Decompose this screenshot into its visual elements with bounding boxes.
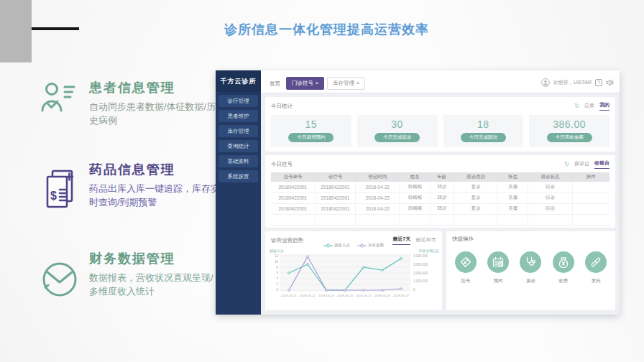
feature-title: 患者信息管理 bbox=[89, 79, 217, 96]
quick-label: 接诊 bbox=[520, 278, 541, 284]
feature-title: 药品信息管理 bbox=[89, 161, 220, 178]
cell: 20180422001 bbox=[315, 182, 356, 192]
feature-drug-info: 药品信息管理 药品出库入库一键追踪，库存实时查询/到期预警 bbox=[89, 161, 220, 210]
left-tick: 6 bbox=[276, 271, 278, 274]
cell bbox=[572, 182, 610, 192]
sidebar-item-patient-care[interactable]: 患者维护 bbox=[218, 110, 258, 122]
tab-outpatient-registration[interactable]: 门诊挂号× bbox=[286, 77, 324, 90]
feature-description: 数据报表，营收状况直观呈现/多维度收入统计 bbox=[89, 272, 217, 299]
table-row-empty bbox=[271, 214, 610, 225]
quick-register-button[interactable]: 挂号 bbox=[455, 251, 477, 284]
sidebar-item-system-settings[interactable]: 系统设置 bbox=[218, 170, 258, 182]
cell: 复诊 bbox=[454, 192, 497, 203]
left-tick: 12 bbox=[275, 254, 278, 258]
stat-new-appointments: 15 今日新增预约 bbox=[271, 115, 351, 147]
stats-toggle-total[interactable]: 总量 bbox=[584, 102, 594, 111]
slide-title: 诊所信息一体化管理提高运营效率 bbox=[224, 21, 429, 38]
stat-value: 18 bbox=[443, 119, 524, 130]
stat-received-amount: 386.00 今日实收金额 bbox=[529, 115, 610, 147]
column-header: 操作 bbox=[572, 172, 610, 182]
quick-label: 挂号 bbox=[455, 278, 477, 284]
cell: 35岁 bbox=[430, 182, 454, 192]
cell: 韩梅梅 bbox=[400, 182, 430, 192]
stat-label-pill[interactable]: 今日新增预约 bbox=[288, 133, 334, 142]
column-header: 登记时间 bbox=[356, 172, 400, 182]
close-icon[interactable]: × bbox=[356, 80, 359, 85]
presentation-slide: 诊所信息一体化管理提高运营效率 患者信息管理 自动同步患者数据/体征数据/历史病… bbox=[0, 0, 644, 362]
x-tick: 2018-06-21 bbox=[281, 294, 297, 297]
stat-completed-followups: 18 今日完成随访 bbox=[443, 115, 524, 147]
stethoscope-icon bbox=[520, 251, 541, 273]
column-header: 医生 bbox=[498, 172, 528, 182]
refresh-icon[interactable]: ↻ bbox=[574, 103, 579, 109]
user-check-icon bbox=[40, 80, 76, 116]
stat-label-pill[interactable]: 今日完成随访 bbox=[461, 133, 506, 142]
cell: 20180422001 bbox=[271, 203, 315, 214]
x-tick: 2018-06-24 bbox=[337, 294, 353, 297]
sidebar-item-inventory-mgmt[interactable]: 库存管理 bbox=[218, 125, 258, 137]
quick-label: 发药 bbox=[585, 278, 607, 284]
table-row[interactable]: 20180422001 20180422001 2018-04-22 韩梅梅 3… bbox=[271, 182, 610, 192]
cell: 待诊 bbox=[528, 192, 572, 203]
stats-toggle-mine[interactable]: 我的 bbox=[599, 101, 610, 111]
column-header: 姓名 bbox=[400, 172, 430, 182]
tab-home[interactable]: 首页 bbox=[267, 78, 283, 90]
cell: 美馨 bbox=[498, 192, 528, 203]
close-icon[interactable]: × bbox=[316, 80, 318, 85]
help-icon[interactable]: ? bbox=[595, 79, 602, 86]
cell: 韩梅梅 bbox=[400, 192, 430, 203]
cell bbox=[572, 192, 610, 203]
left-tick: 4 bbox=[276, 277, 278, 280]
tab-bar: 首页 门诊挂号× 库存管理× bbox=[261, 77, 365, 93]
legend-item: 就诊人次 bbox=[323, 243, 350, 248]
registrations-table: 挂号单号 诊疗号 登记时间 姓名 年龄 就诊类别 医生 就诊状态 操作 2018… bbox=[271, 172, 610, 226]
money-bag-icon bbox=[553, 251, 574, 273]
trend-line-chart bbox=[280, 254, 410, 292]
stat-label-pill[interactable]: 今日实收金额 bbox=[547, 133, 592, 142]
registrations-card-title: 今日挂号 bbox=[271, 161, 293, 168]
sidebar-item-query-stats[interactable]: 查询统计 bbox=[218, 140, 258, 152]
reg-toggle-cashier-desk[interactable]: 收银台 bbox=[594, 159, 610, 169]
svg-text:$: $ bbox=[50, 190, 57, 202]
speaker-icon[interactable] bbox=[606, 79, 614, 86]
quick-consult-button[interactable]: 接诊 bbox=[520, 251, 541, 284]
cell: 35岁 bbox=[430, 203, 454, 214]
quick-appointment-button[interactable]: 预约 bbox=[487, 251, 509, 284]
feature-description: 自动同步患者数据/体征数据/历史病例 bbox=[89, 101, 217, 128]
sidebar-item-basic-data[interactable]: 基础资料 bbox=[218, 155, 258, 167]
refresh-icon[interactable]: ↻ bbox=[564, 161, 569, 167]
right-tick: 0 bbox=[413, 288, 415, 292]
stats-card-title: 今日统计 bbox=[271, 103, 293, 110]
legend-item: 实收金额 bbox=[357, 243, 384, 248]
tag-icon bbox=[455, 251, 477, 273]
column-header: 诊疗号 bbox=[315, 172, 356, 182]
sidebar-item-clinic-mgmt[interactable]: 诊疗管理 bbox=[218, 95, 258, 107]
cell: 2018-04-22 bbox=[356, 182, 400, 192]
quick-label: 收费 bbox=[553, 278, 574, 284]
column-header: 就诊类别 bbox=[454, 172, 497, 182]
left-tick: 0 bbox=[276, 288, 278, 292]
x-tick: 2018-06-27 bbox=[393, 294, 409, 297]
avatar-icon[interactable] bbox=[541, 78, 550, 87]
quick-dispense-button[interactable]: 发药 bbox=[585, 251, 607, 284]
stat-value: 386.00 bbox=[529, 119, 610, 130]
table-row[interactable]: 20180422001 20180422001 2018-04-22 韩梅梅 3… bbox=[271, 192, 610, 203]
quick-card-title: 快捷操作 bbox=[452, 236, 474, 243]
stat-label-pill[interactable]: 今日完成就诊 bbox=[374, 133, 420, 142]
tab-inventory[interactable]: 库存管理× bbox=[327, 77, 365, 90]
cell: 待诊 bbox=[528, 182, 572, 192]
cell: 2018-04-22 bbox=[356, 192, 400, 203]
x-tick: 2018-06-25 bbox=[356, 294, 372, 297]
cell: 20180422001 bbox=[271, 182, 315, 192]
title-dash-decoration bbox=[32, 27, 79, 30]
cell: 待诊 bbox=[528, 203, 572, 214]
reg-toggle-consult-desk[interactable]: 接诊台 bbox=[574, 160, 589, 169]
quick-charge-button[interactable]: 收费 bbox=[553, 251, 574, 284]
table-row[interactable]: 20180422001 20180422001 2018-04-22 韩梅梅 3… bbox=[271, 203, 610, 214]
column-header: 年龄 bbox=[430, 172, 454, 182]
left-tick: 2 bbox=[276, 282, 278, 286]
right-axis-label: 实收金额(元) bbox=[419, 249, 439, 253]
x-axis-ticks: 2018-06-212018-06-222018-06-232018-06-24… bbox=[280, 294, 410, 297]
cell: 20180422001 bbox=[271, 192, 315, 203]
column-header: 挂号单号 bbox=[271, 172, 315, 182]
